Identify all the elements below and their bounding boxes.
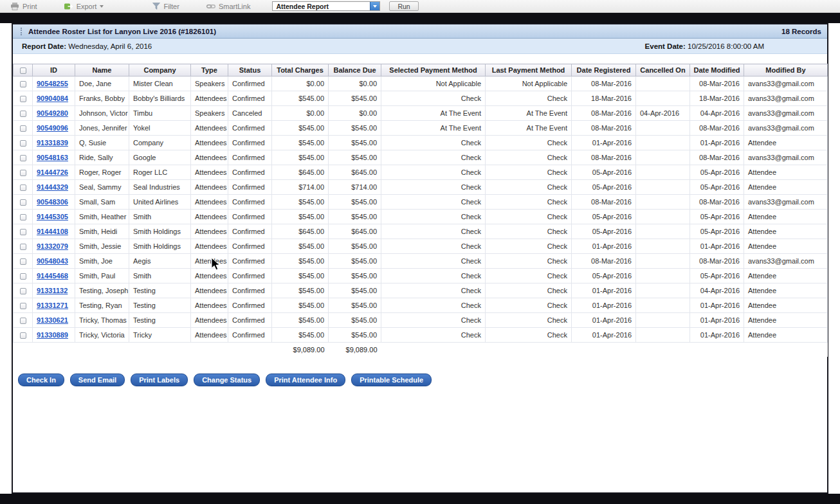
attendee-id-link[interactable]: 90904084 (37, 94, 68, 102)
row-checkbox[interactable] (20, 199, 26, 206)
cell-status: Confirmed (228, 121, 272, 136)
attendee-id-link[interactable]: 90549096 (37, 124, 68, 132)
send-email-button[interactable]: Send Email (70, 374, 125, 386)
attendee-id-link[interactable]: 91445468 (37, 272, 68, 280)
column-header-name[interactable]: Name (75, 64, 129, 76)
print-label: Print (23, 3, 37, 10)
attendee-id-link[interactable]: 90548306 (37, 198, 68, 206)
column-header-date-registered[interactable]: Date Registered (572, 64, 636, 76)
column-header-balance-due[interactable]: Balance Due (329, 64, 381, 76)
cell-id: 90904084 (33, 91, 75, 106)
attendee-id-link[interactable]: 91444108 (37, 228, 68, 235)
row-checkbox[interactable] (20, 332, 26, 339)
column-header-total-charges[interactable]: Total Charges (272, 64, 329, 76)
column-header-type[interactable]: Type (191, 64, 228, 76)
row-checkbox[interactable] (20, 273, 26, 280)
row-checkbox[interactable] (20, 184, 26, 191)
print-button[interactable]: Print (10, 3, 37, 10)
cell-id: 90548255 (33, 76, 75, 91)
report-type-select[interactable]: Attendee Report (272, 1, 380, 11)
attendee-id-link[interactable]: 90548043 (37, 257, 68, 265)
row-checkbox[interactable] (20, 111, 26, 117)
cell-company: Mister Clean (129, 76, 191, 91)
attendee-id-link[interactable]: 91444329 (37, 183, 68, 191)
row-checkbox[interactable] (20, 140, 26, 147)
row-checkbox[interactable] (20, 214, 26, 221)
attendee-id-link[interactable]: 90548255 (37, 80, 68, 87)
column-header-last-payment-method[interactable]: Last Payment Method (486, 64, 572, 76)
column-header-id[interactable]: ID (33, 64, 75, 76)
print-labels-button[interactable]: Print Labels (131, 374, 188, 386)
attendee-id-link[interactable]: 91444726 (37, 168, 68, 176)
attendee-id-link[interactable]: 90549280 (37, 109, 68, 117)
row-checkbox[interactable] (20, 170, 26, 176)
cell-status: Confirmed (228, 150, 272, 165)
column-header-cancelled-on[interactable]: Cancelled On (636, 64, 690, 76)
cell-last-payment-method: At The Event (486, 121, 572, 136)
cell-date-registered: 08-Mar-2016 (572, 76, 636, 91)
printer-icon (10, 3, 19, 10)
column-header-modified-by[interactable]: Modified By (744, 64, 828, 76)
balance-due-sum: $9,089.00 (329, 343, 381, 357)
printable-schedule-button[interactable]: Printable Schedule (351, 374, 432, 386)
attendee-id-link[interactable]: 90548163 (37, 154, 68, 161)
attendee-id-link[interactable]: 91331271 (37, 302, 68, 309)
cell-name: Seal, Sammy (75, 180, 129, 195)
cell-name: Johnson, Victor (75, 106, 129, 121)
checkbox-cell (14, 224, 33, 239)
run-button[interactable]: Run (389, 1, 418, 11)
cell-balance-due: $0.00 (329, 76, 381, 91)
attendee-id-link[interactable]: 91331132 (37, 287, 68, 294)
row-checkbox[interactable] (20, 96, 26, 102)
row-checkbox[interactable] (20, 229, 26, 235)
cell-name: Doe, Jane (75, 76, 129, 91)
row-checkbox[interactable] (20, 125, 26, 132)
cell-id: 91330621 (33, 313, 75, 328)
checkbox-cell (14, 313, 33, 328)
row-checkbox[interactable] (20, 81, 26, 87)
attendee-id-link[interactable]: 91330621 (37, 316, 68, 324)
checkbox-cell (14, 121, 33, 136)
column-header-status[interactable]: Status (228, 64, 272, 76)
row-checkbox[interactable] (20, 244, 26, 250)
cell-modified-by: avans33@gmail.com (744, 106, 828, 121)
cell-date-modified: 01-Apr-2016 (690, 136, 744, 150)
cell-cancelled-on (636, 210, 690, 224)
cell-name: Q, Susie (75, 136, 129, 150)
cell-status: Confirmed (228, 254, 272, 269)
print-attendee-info-button[interactable]: Print Attendee Info (266, 374, 345, 386)
attendee-id-link[interactable]: 91331839 (37, 139, 68, 147)
cell-type: Attendees (191, 195, 228, 210)
select-dropdown-button[interactable] (370, 2, 379, 10)
smartlink-button[interactable]: SmartLink (206, 3, 251, 10)
cell-modified-by: Attendee (744, 269, 828, 284)
check-in-button[interactable]: Check In (18, 374, 64, 386)
attendee-id-link[interactable]: 91330889 (37, 331, 68, 339)
row-checkbox[interactable] (20, 288, 26, 294)
cell-id: 91331839 (33, 136, 75, 150)
cell-selected-payment-method: Check (381, 269, 486, 284)
cell-type: Attendees (191, 210, 228, 224)
top-toolbar: Print Export Filter SmartLink Attendee R… (0, 0, 840, 13)
row-checkbox[interactable] (20, 303, 26, 309)
column-header-date-modified[interactable]: Date Modified (690, 64, 744, 76)
attendee-id-link[interactable]: 91445305 (37, 213, 68, 221)
column-header-company[interactable]: Company (129, 64, 191, 76)
row-checkbox[interactable] (20, 318, 26, 324)
change-status-button[interactable]: Change Status (194, 374, 260, 386)
attendee-id-link[interactable]: 91332079 (37, 242, 68, 250)
cell-modified-by: Attendee (744, 284, 828, 298)
event-date: Event Date: 10/25/2016 8:00:00 AM (645, 42, 827, 50)
filter-button[interactable]: Filter (152, 3, 179, 10)
row-checkbox[interactable] (20, 155, 26, 161)
cell-modified-by: Attendee (744, 224, 828, 239)
attendee-row: 90904084Franks, BobbyBobby's BilliardsAt… (14, 91, 828, 106)
export-button[interactable]: Export (64, 3, 104, 10)
select-all-checkbox[interactable] (20, 68, 26, 74)
checkbox-cell (14, 269, 33, 284)
drag-handle-icon[interactable] (21, 28, 23, 35)
cell-id: 90548163 (33, 150, 75, 165)
cell-balance-due: $545.00 (329, 195, 381, 210)
row-checkbox[interactable] (20, 258, 26, 265)
column-header-selected-payment-method[interactable]: Selected Payment Method (381, 64, 486, 76)
